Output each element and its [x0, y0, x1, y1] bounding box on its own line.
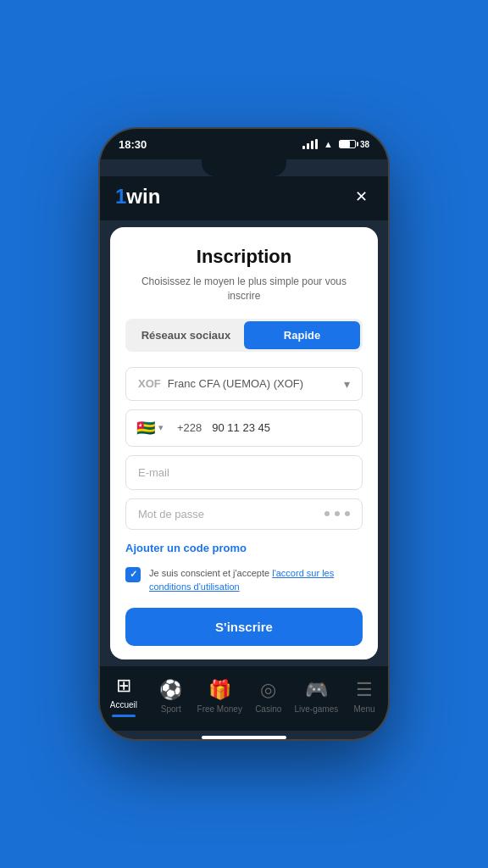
- status-icons: ▲ 38: [302, 139, 369, 149]
- app-header: 1win ✕: [100, 176, 388, 220]
- modal-card: Inscription Choisissez le moyen le plus …: [110, 227, 378, 659]
- logo-text: win: [126, 185, 160, 208]
- home-icon: ⊞: [116, 675, 131, 697]
- nav-label-menu: Menu: [354, 704, 375, 714]
- nav-item-freemoney[interactable]: 🎁 Free Money: [197, 679, 242, 714]
- logo-number: 1: [115, 185, 126, 208]
- nav-item-accueil[interactable]: ⊞ Accueil: [103, 675, 145, 717]
- modal-title: Inscription: [125, 246, 363, 268]
- nav-item-casino[interactable]: ◎ Casino: [247, 679, 290, 714]
- chevron-down-icon: ▾: [344, 377, 350, 391]
- signal-icon: [302, 139, 318, 149]
- password-input[interactable]: [138, 508, 324, 520]
- wifi-icon: ▲: [324, 139, 333, 149]
- terms-checkbox[interactable]: ✓: [125, 567, 141, 582]
- dot-icon-1: [324, 511, 330, 516]
- battery-icon: [339, 140, 356, 148]
- phone-frame: 18:30 ▲ 38 1win ✕ Inscription: [100, 129, 388, 739]
- check-icon: ✓: [130, 569, 137, 580]
- home-indicator: [202, 736, 286, 739]
- gift-icon: 🎁: [208, 679, 231, 701]
- password-row: [125, 498, 363, 530]
- nav-item-sport[interactable]: ⚽ Sport: [150, 679, 192, 714]
- login-prompt: Avez-vous déjà un compte ?: [152, 658, 280, 659]
- password-icons: [324, 511, 350, 516]
- flag-chevron-icon: ▾: [158, 422, 164, 433]
- terms-text-prefix: Je suis conscient et j'accepte: [149, 568, 272, 578]
- nav-label-livegames: Live-games: [295, 704, 339, 714]
- dot-icon-3: [345, 511, 350, 516]
- login-link[interactable]: Connexion: [283, 658, 336, 659]
- tab-quick[interactable]: Rapide: [244, 321, 360, 349]
- app-logo: 1win: [115, 185, 160, 209]
- bottom-nav: ⊞ Accueil ⚽ Sport 🎁 Free Money ◎ Casino …: [100, 666, 388, 731]
- email-input[interactable]: [125, 455, 363, 490]
- status-bar: 18:30 ▲ 38: [100, 129, 388, 159]
- gamepad-icon: 🎮: [305, 679, 328, 701]
- notch: [202, 159, 286, 176]
- currency-code: XOF: [138, 377, 161, 390]
- sport-icon: ⚽: [159, 679, 182, 701]
- flag-icon: 🇹🇬: [136, 419, 155, 437]
- terms-checkbox-row: ✓ Je suis conscient et j'accepte l'accor…: [125, 566, 363, 594]
- login-row: Avez-vous déjà un compte ? Connexion: [125, 658, 363, 659]
- status-time: 18:30: [119, 138, 147, 151]
- terms-text: Je suis conscient et j'accepte l'accord …: [149, 566, 363, 594]
- nav-label-accueil: Accueil: [110, 700, 137, 709]
- promo-link[interactable]: Ajouter un code promo: [125, 542, 247, 554]
- active-indicator: [112, 715, 136, 717]
- phone-input[interactable]: [212, 421, 354, 434]
- nav-item-menu[interactable]: ☰ Menu: [343, 679, 385, 714]
- menu-icon: ☰: [356, 679, 373, 701]
- battery-percentage: 38: [360, 140, 369, 149]
- phone-screen: 18:30 ▲ 38 1win ✕ Inscription: [100, 129, 388, 739]
- nav-item-livegames[interactable]: 🎮 Live-games: [295, 679, 339, 714]
- currency-selector[interactable]: XOF Franc CFA (UEMOA) (XOF) ▾: [125, 367, 363, 401]
- nav-label-casino: Casino: [255, 704, 281, 714]
- casino-icon: ◎: [260, 679, 276, 701]
- nav-label-sport: Sport: [161, 704, 181, 714]
- close-button[interactable]: ✕: [349, 185, 373, 209]
- tab-social[interactable]: Réseaux sociaux: [128, 321, 244, 349]
- register-button[interactable]: S'inscrire: [125, 608, 363, 646]
- phone-input-row: 🇹🇬 ▾ +228: [125, 409, 363, 447]
- country-selector[interactable]: 🇹🇬 ▾: [136, 419, 164, 437]
- currency-name: Franc CFA (UEMOA) (XOF): [168, 377, 344, 390]
- nav-label-freemoney: Free Money: [197, 704, 242, 714]
- dot-icon-2: [335, 511, 340, 516]
- modal-subtitle: Choisissez le moyen le plus simple pour …: [125, 275, 363, 303]
- tab-row: Réseaux sociaux Rapide: [125, 319, 363, 352]
- country-code: +228: [177, 421, 202, 434]
